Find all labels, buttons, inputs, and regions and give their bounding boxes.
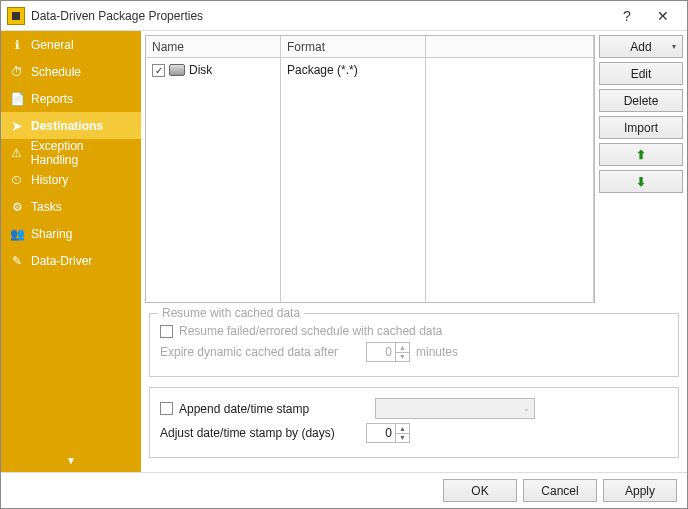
- document-icon: 📄: [9, 91, 25, 107]
- clock-icon: ⏱: [9, 64, 25, 80]
- sidebar-item-label: Data-Driver: [31, 254, 92, 268]
- people-icon: 👥: [9, 226, 25, 242]
- column-header-name[interactable]: Name: [146, 36, 281, 57]
- ok-button[interactable]: OK: [443, 479, 517, 502]
- sidebar-item-datadriver[interactable]: ✎Data-Driver: [1, 247, 141, 274]
- adjust-spinner[interactable]: ▲▼: [366, 423, 410, 443]
- sidebar-item-destinations[interactable]: ➤Destinations: [1, 112, 141, 139]
- history-icon: ⏲: [9, 172, 25, 188]
- help-button[interactable]: ?: [609, 1, 645, 31]
- expire-value: [367, 343, 395, 361]
- import-label: Import: [624, 121, 658, 135]
- arrow-right-icon: ➤: [9, 118, 25, 134]
- sidebar-item-label: General: [31, 38, 74, 52]
- delete-label: Delete: [624, 94, 659, 108]
- apply-button[interactable]: Apply: [603, 479, 677, 502]
- sidebar-item-exception[interactable]: ⚠Exception Handling: [1, 139, 141, 166]
- arrow-up-icon: ⬆: [636, 148, 646, 162]
- warning-icon: ⚠: [9, 145, 25, 161]
- sidebar-item-schedule[interactable]: ⏱Schedule: [1, 58, 141, 85]
- pencil-icon: ✎: [9, 253, 25, 269]
- sidebar: ℹGeneral ⏱Schedule 📄Reports ➤Destination…: [1, 31, 141, 472]
- edit-label: Edit: [631, 67, 652, 81]
- spin-down-icon[interactable]: ▼: [396, 434, 409, 443]
- spin-up-icon[interactable]: ▲: [396, 424, 409, 434]
- cancel-label: Cancel: [541, 484, 578, 498]
- row-name: Disk: [189, 63, 212, 77]
- resume-failed-checkbox: [160, 325, 173, 338]
- add-button[interactable]: Add▾: [599, 35, 683, 58]
- stamp-format-combo: ⌄: [375, 398, 535, 419]
- sidebar-item-label: History: [31, 173, 68, 187]
- chevron-down-icon[interactable]: ▼: [66, 455, 76, 466]
- sidebar-item-label: Exception Handling: [31, 139, 133, 167]
- destinations-grid: Name Format ✓ Disk: [145, 35, 595, 303]
- sidebar-item-general[interactable]: ℹGeneral: [1, 31, 141, 58]
- spin-up-icon: ▲: [396, 343, 409, 353]
- grid-header: Name Format: [146, 36, 594, 58]
- sidebar-item-label: Schedule: [31, 65, 81, 79]
- delete-button[interactable]: Delete: [599, 89, 683, 112]
- apply-label: Apply: [625, 484, 655, 498]
- chevron-down-icon: ⌄: [523, 404, 530, 413]
- sidebar-item-label: Destinations: [31, 119, 103, 133]
- stamp-fieldset: Append date/time stamp ⌄ Adjust date/tim…: [149, 387, 679, 458]
- sidebar-item-reports[interactable]: 📄Reports: [1, 85, 141, 112]
- row-format: Package (*.*): [287, 63, 358, 77]
- spin-down-icon: ▼: [396, 353, 409, 362]
- edit-button[interactable]: Edit: [599, 62, 683, 85]
- import-button[interactable]: Import: [599, 116, 683, 139]
- disk-icon: [169, 64, 185, 76]
- move-up-button[interactable]: ⬆: [599, 143, 683, 166]
- append-stamp-checkbox[interactable]: [160, 402, 173, 415]
- add-label: Add: [630, 40, 651, 54]
- gear-icon: ⚙: [9, 199, 25, 215]
- resume-legend: Resume with cached data: [158, 306, 304, 320]
- dialog-footer: OK Cancel Apply: [1, 472, 687, 508]
- arrow-down-icon: ⬇: [636, 175, 646, 189]
- expire-spinner: ▲▼: [366, 342, 410, 362]
- info-icon: ℹ: [9, 37, 25, 53]
- adjust-stamp-label: Adjust date/time stamp by (days): [160, 426, 360, 440]
- close-button[interactable]: ✕: [645, 1, 681, 31]
- sidebar-item-tasks[interactable]: ⚙Tasks: [1, 193, 141, 220]
- sidebar-item-label: Tasks: [31, 200, 62, 214]
- resume-fieldset: Resume with cached data Resume failed/er…: [149, 313, 679, 377]
- row-format-cell: Package (*.*): [281, 58, 425, 82]
- sidebar-item-history[interactable]: ⏲History: [1, 166, 141, 193]
- titlebar: Data-Driven Package Properties ? ✕: [1, 1, 687, 31]
- append-stamp-label: Append date/time stamp: [179, 402, 369, 416]
- expire-label: Expire dynamic cached data after: [160, 345, 360, 359]
- adjust-value[interactable]: [367, 424, 395, 442]
- resume-failed-label: Resume failed/errored schedule with cach…: [179, 324, 442, 338]
- move-down-button[interactable]: ⬇: [599, 170, 683, 193]
- chevron-down-icon: ▾: [672, 42, 676, 51]
- row-checkbox[interactable]: ✓: [152, 64, 165, 77]
- ok-label: OK: [471, 484, 488, 498]
- expire-unit: minutes: [416, 345, 458, 359]
- sidebar-item-sharing[interactable]: 👥Sharing: [1, 220, 141, 247]
- sidebar-item-label: Sharing: [31, 227, 72, 241]
- sidebar-item-label: Reports: [31, 92, 73, 106]
- column-header-extra: [426, 36, 594, 57]
- column-header-format[interactable]: Format: [281, 36, 426, 57]
- window-title: Data-Driven Package Properties: [31, 9, 609, 23]
- table-row[interactable]: ✓ Disk: [146, 58, 280, 82]
- cancel-button[interactable]: Cancel: [523, 479, 597, 502]
- app-icon: [7, 7, 25, 25]
